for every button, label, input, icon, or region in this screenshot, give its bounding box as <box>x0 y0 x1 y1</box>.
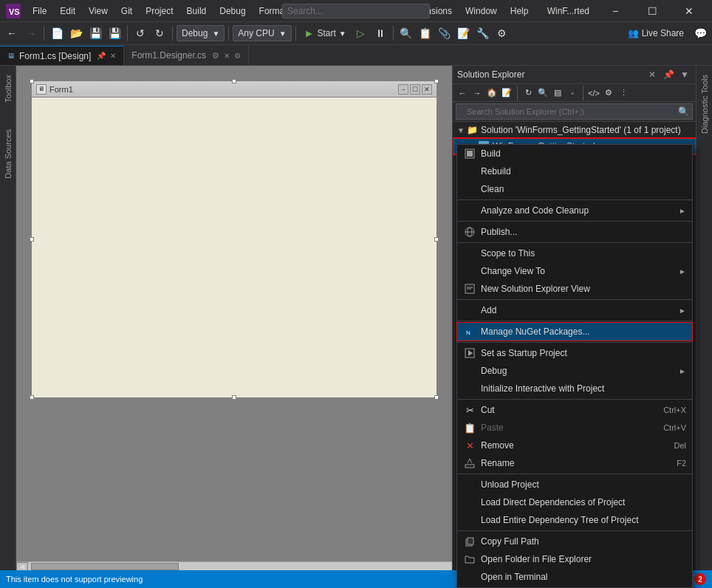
ctx-copy-full-path[interactable]: Copy Full Path <box>457 533 692 550</box>
ctx-init-interactive[interactable]: Initialize Interactive with Project <box>457 380 692 397</box>
resize-handle-left-center[interactable] <box>30 237 34 242</box>
form-maximize-btn[interactable]: ☐ <box>410 84 420 95</box>
tree-solution-node[interactable]: ▼ 📁 Solution 'WinForms_GettingStarted' (… <box>453 122 696 138</box>
ctx-cut[interactable]: ✂ Cut Ctrl+X <box>457 401 692 419</box>
toolbox-label[interactable]: Toolbox <box>1 69 15 109</box>
ctx-add[interactable]: Add ► <box>457 301 692 319</box>
ctx-set-startup[interactable]: Set as Startup Project <box>457 344 692 362</box>
save-button[interactable]: 💾 <box>86 24 104 42</box>
paste-icon: 📋 <box>463 421 476 434</box>
tab-close-button-2[interactable]: ✕ <box>224 52 230 60</box>
menu-build[interactable]: Build <box>181 4 213 18</box>
open-button[interactable]: 📂 <box>67 24 85 42</box>
se-collapse-button[interactable]: ▤ <box>551 86 564 100</box>
solution-search-input[interactable] <box>462 103 675 120</box>
tab-close-button[interactable]: ✕ <box>110 52 116 60</box>
pause-button[interactable]: ⏸ <box>372 24 389 42</box>
ctx-debug[interactable]: Debug ► <box>457 362 692 380</box>
resize-handle-top-center[interactable] <box>232 79 236 83</box>
se-auto-hide-button[interactable]: 📌 <box>662 68 675 81</box>
se-close-button[interactable]: ✕ <box>646 68 659 81</box>
start-button[interactable]: ► Start ▼ <box>300 24 351 42</box>
data-sources-label[interactable]: Data Sources <box>1 123 15 185</box>
nav-back-button[interactable]: ← <box>3 24 21 42</box>
se-refresh-button[interactable]: ↻ <box>521 86 535 100</box>
global-search-input[interactable] <box>282 4 430 18</box>
ctx-clean[interactable]: Clean <box>457 180 692 198</box>
menu-view[interactable]: View <box>83 4 114 18</box>
toolbar-extra-6[interactable]: ⚙ <box>493 24 511 42</box>
menu-git[interactable]: Git <box>115 4 138 18</box>
ctx-publish[interactable]: Publish... <box>457 223 692 241</box>
tab-settings-icon[interactable]: ⚙ <box>234 52 241 60</box>
ctx-load-direct-deps[interactable]: Load Direct Dependencies of Project <box>457 493 692 511</box>
menu-project[interactable]: Project <box>140 4 179 18</box>
ctx-analyze[interactable]: Analyze and Code Cleanup ► <box>457 202 692 219</box>
toolbar-extra-5[interactable]: 🔧 <box>474 24 492 42</box>
ctx-rename[interactable]: Rename F2 <box>457 454 692 472</box>
se-options-button[interactable]: ▼ <box>678 68 691 81</box>
tab-form1-design[interactable]: 🖥 Form1.cs [Design] 📌 ✕ <box>0 46 124 65</box>
close-button[interactable]: ✕ <box>672 0 706 22</box>
form-canvas[interactable]: 🖥 Form1 − ☐ ✕ <box>31 81 437 398</box>
se-forward-button[interactable]: → <box>470 86 484 100</box>
resize-handle-bottom-left[interactable] <box>30 395 34 400</box>
ctx-open-terminal[interactable]: Open in Terminal <box>457 568 692 586</box>
se-home-button[interactable]: 🏠 <box>485 86 499 100</box>
diagnostic-tools-label[interactable]: Diagnostic Tools <box>698 69 711 140</box>
ctx-build[interactable]: Build <box>457 145 692 163</box>
new-file-button[interactable]: 📄 <box>48 24 66 42</box>
ctx-remove[interactable]: ✕ Remove Del <box>457 437 692 454</box>
cpu-config-dropdown[interactable]: Any CPU ▼ <box>233 25 291 41</box>
undo-button[interactable]: ↺ <box>131 24 149 42</box>
se-extra-button[interactable]: ⋮ <box>617 86 630 100</box>
live-share-button[interactable]: 👥 Live Share <box>622 24 690 42</box>
tab-pin-button[interactable]: 📌 <box>97 52 106 60</box>
se-code-view-button[interactable]: </> <box>587 86 600 100</box>
ctx-scope[interactable]: Scope to This <box>457 245 692 262</box>
menu-edit[interactable]: Edit <box>54 4 81 18</box>
feedback-button[interactable]: 💬 <box>691 24 709 42</box>
expand-icon[interactable]: ▼ <box>456 125 466 135</box>
ctx-change-view[interactable]: Change View To ► <box>457 262 692 280</box>
menu-file[interactable]: File <box>27 4 52 18</box>
resize-handle-right-center[interactable] <box>434 237 439 242</box>
resize-handle-top-right[interactable] <box>434 79 439 83</box>
step-over-button[interactable]: ▷ <box>352 24 370 42</box>
se-properties-button[interactable]: 📝 <box>500 86 513 100</box>
redo-button[interactable]: ↻ <box>151 24 168 42</box>
resize-handle-bottom-center[interactable] <box>232 395 236 400</box>
toolbar-extra-4[interactable]: 📝 <box>455 24 473 42</box>
resize-handle-bottom-right[interactable] <box>434 395 439 400</box>
se-settings-button[interactable]: ⚙ <box>602 86 615 100</box>
scrollbar-thumb[interactable] <box>31 563 179 570</box>
tab-form1-designer[interactable]: Form1.Designer.cs ⚙ ✕ ⚙ <box>124 46 249 65</box>
ctx-unload-project[interactable]: Unload Project <box>457 476 692 493</box>
resize-handle-top-left[interactable] <box>30 79 34 83</box>
menu-window[interactable]: Window <box>459 4 503 18</box>
form-close-btn[interactable]: ✕ <box>422 84 432 95</box>
save-all-button[interactable]: 💾 <box>106 24 123 42</box>
toolbar-extra-3[interactable]: 📎 <box>436 24 453 42</box>
start-dropdown-arrow[interactable]: ▼ <box>339 30 346 38</box>
se-preview-button[interactable]: ◦ <box>566 86 579 100</box>
scroll-left-button[interactable]: ◄ <box>16 562 28 571</box>
ctx-new-se-view[interactable]: New Solution Explorer View <box>457 280 692 298</box>
se-filter-button[interactable]: 🔍 <box>536 86 550 100</box>
ctx-rebuild[interactable]: Rebuild <box>457 163 692 180</box>
nav-forward-button[interactable]: → <box>22 24 40 42</box>
menu-debug[interactable]: Debug <box>213 4 251 18</box>
toolbar-extra-2[interactable]: 📋 <box>417 24 434 42</box>
ctx-manage-nuget[interactable]: N Manage NuGet Packages... <box>457 323 692 341</box>
error-badge[interactable]: 2 <box>694 573 706 585</box>
toolbar-extra-1[interactable]: 🔍 <box>397 24 415 42</box>
form-minimize-btn[interactable]: − <box>398 84 408 95</box>
minimize-button[interactable]: − <box>598 0 632 22</box>
ctx-load-entire-dep[interactable]: Load Entire Dependency Tree of Project <box>457 511 692 529</box>
se-back-button[interactable]: ← <box>456 86 469 100</box>
ctx-open-folder[interactable]: Open Folder in File Explorer <box>457 550 692 568</box>
debug-config-dropdown[interactable]: Debug ▼ <box>177 25 225 41</box>
designer-horizontal-scrollbar[interactable]: ◄ <box>16 561 452 570</box>
menu-help[interactable]: Help <box>504 4 535 18</box>
restore-button[interactable]: ☐ <box>635 0 669 22</box>
